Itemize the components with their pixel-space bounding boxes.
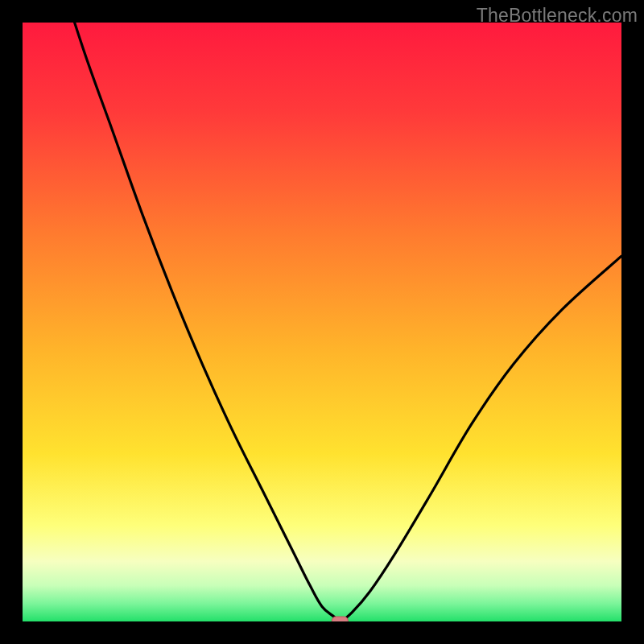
- chart-svg: [23, 23, 621, 621]
- chart-plot-area: [23, 23, 621, 621]
- chart-frame: TheBottleneck.com: [0, 0, 644, 644]
- gradient-background: [23, 23, 621, 621]
- optimal-point-marker: [332, 617, 348, 621]
- watermark-text: TheBottleneck.com: [477, 5, 638, 27]
